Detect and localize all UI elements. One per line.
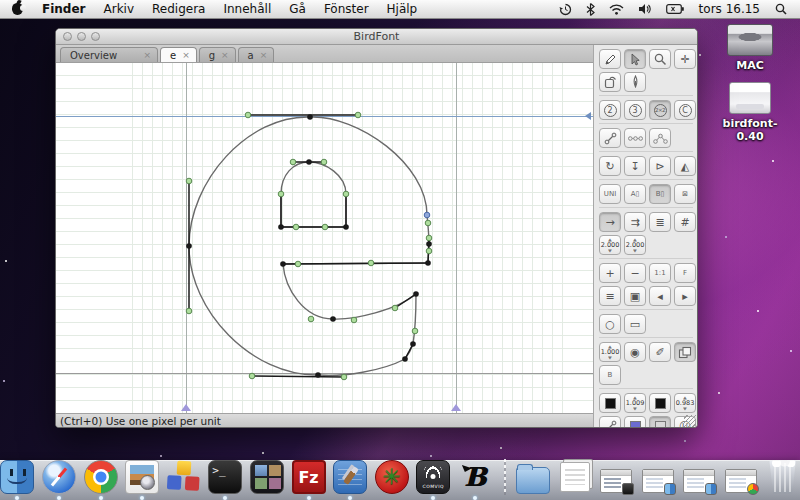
outer-contour[interactable]	[189, 117, 429, 375]
pen-tool-button[interactable]	[624, 72, 646, 92]
dock-item-spaces[interactable]	[250, 459, 285, 495]
background-color[interactable]	[649, 393, 671, 413]
on-curve-point[interactable]	[402, 356, 408, 362]
inner-counter[interactable]	[281, 162, 346, 227]
dock-item-terminal[interactable]: >_	[208, 459, 243, 495]
spacing-double-button[interactable]: ⇉	[624, 212, 646, 232]
dock-item-finder[interactable]	[0, 459, 35, 495]
dock-item-minimized-window-3[interactable]	[682, 459, 717, 495]
on-curve-point[interactable]	[186, 243, 192, 249]
on-curve-point[interactable]	[410, 341, 416, 347]
control-handle[interactable]	[186, 178, 192, 184]
foreground-color[interactable]	[599, 393, 621, 413]
zoom-1-1-button[interactable]: 1:1	[649, 263, 671, 283]
dock-item-birdfont[interactable]: B	[458, 459, 493, 495]
prev-glyph-button[interactable]: ◂	[649, 286, 671, 306]
on-curve-point[interactable]	[425, 260, 431, 266]
dock-item-minimized-window-1[interactable]	[599, 459, 634, 495]
cubic-points-button[interactable]: 3	[624, 100, 646, 120]
control-handle[interactable]	[368, 260, 374, 266]
menu-item-hjälp[interactable]: Hjälp	[378, 0, 427, 18]
on-curve-point[interactable]	[278, 224, 284, 230]
layers-tool-button[interactable]	[674, 342, 696, 362]
on-curve-point[interactable]	[315, 372, 321, 378]
zoom-full-button[interactable]: F	[674, 263, 696, 283]
rectangle-tool-button[interactable]: ▭	[624, 314, 646, 334]
control-handle[interactable]	[245, 112, 251, 118]
dock-item-minimized-window-4[interactable]	[724, 459, 759, 495]
dock-item-safari[interactable]	[42, 459, 77, 495]
glyph-name-button-button[interactable]: A▯	[624, 184, 646, 204]
stroke-width[interactable]: ▲1.000▼	[599, 342, 621, 362]
dock-item-filezilla[interactable]: Fz	[291, 459, 326, 495]
list-tool-button[interactable]: ≡	[599, 286, 621, 306]
next-glyph-button[interactable]: ▸	[674, 286, 696, 306]
zoom-selection-button[interactable]: ▣	[624, 286, 646, 306]
convert-point-button[interactable]: C	[674, 100, 696, 120]
zoom-in-button[interactable]: +	[599, 263, 621, 283]
tab-a[interactable]: a×	[238, 47, 275, 62]
scale-y[interactable]: ▲0.983▼	[674, 393, 696, 413]
dock-item-flower[interactable]	[374, 459, 409, 495]
menu-clock[interactable]: tors 16.15	[691, 2, 768, 16]
volume-icon[interactable]	[631, 0, 659, 18]
spacing-multi-button[interactable]: ≣	[649, 212, 671, 232]
dock-item-xcode[interactable]	[333, 459, 368, 495]
knife-tool-button[interactable]: ✐	[649, 342, 671, 362]
dock-item-comviq[interactable]: COMVIQ	[416, 459, 451, 495]
zoom-out-button[interactable]: −	[624, 263, 646, 283]
spacing-single-button[interactable]: →	[599, 212, 621, 232]
control-handle[interactable]	[290, 159, 296, 165]
dock-item-documents-folder[interactable]	[516, 459, 551, 495]
control-handle[interactable]	[186, 308, 192, 314]
background-glyph-button-button[interactable]: B	[599, 365, 621, 385]
wifi-icon[interactable]	[602, 0, 631, 18]
empty-swatch[interactable]	[649, 416, 671, 428]
delete-glyph-button-button[interactable]: ⊠	[674, 184, 696, 204]
control-handle[interactable]	[295, 261, 301, 267]
tab-close-icon[interactable]: ×	[182, 51, 190, 60]
corner-node-tool-button[interactable]	[649, 128, 671, 148]
control-handle[interactable]	[412, 328, 418, 334]
rotate-tool-button[interactable]: ↻	[599, 156, 621, 176]
close-button[interactable]	[63, 32, 72, 41]
select-tool-button[interactable]	[624, 49, 646, 69]
control-handle[interactable]	[293, 224, 299, 230]
control-handle[interactable]	[392, 305, 398, 311]
control-handle[interactable]	[321, 159, 327, 165]
double-curve-points-button[interactable]: 2×2	[649, 100, 671, 120]
circle-tool-button[interactable]: ○	[599, 314, 621, 334]
selection-color[interactable]	[624, 416, 646, 428]
control-handle[interactable]	[343, 191, 349, 197]
grid-size-x[interactable]: ▲2.000▼	[599, 235, 621, 255]
battery-icon[interactable]	[659, 0, 691, 18]
node-path-tool-button[interactable]	[599, 416, 621, 428]
move-to-baseline-button[interactable]: ↧	[624, 156, 646, 176]
on-curve-point[interactable]	[307, 114, 313, 120]
menu-item-innehåll[interactable]: Innehåll	[214, 0, 280, 18]
quadratic-points-button[interactable]: 2	[599, 100, 621, 120]
glyph-b-button-button[interactable]: B▯	[649, 184, 671, 204]
tab-overview[interactable]: Overview×	[60, 47, 158, 62]
time-machine-icon[interactable]	[552, 0, 579, 18]
line-segment-tool-button[interactable]	[599, 128, 621, 148]
control-handle[interactable]	[355, 112, 361, 118]
target-tool-button[interactable]: ◉	[624, 342, 646, 362]
on-curve-point[interactable]	[306, 159, 312, 165]
menu-item-arkiv[interactable]: Arkiv	[95, 0, 144, 18]
grid-size-y[interactable]: ▲2.000▼	[624, 235, 646, 255]
dock-item-trash[interactable]	[765, 459, 800, 495]
control-handle[interactable]	[426, 248, 432, 254]
bluetooth-icon[interactable]	[579, 0, 602, 18]
dock-item-chrome[interactable]	[83, 459, 118, 495]
move-tool-button[interactable]: ✛	[674, 49, 696, 69]
control-handle[interactable]	[249, 373, 255, 379]
tab-e[interactable]: e×	[160, 47, 197, 62]
tab-close-icon[interactable]: ×	[221, 51, 229, 60]
dock-item-documents-stack[interactable]	[557, 459, 592, 495]
menu-item-finder[interactable]: Finder	[33, 0, 95, 18]
dock-item-cubes[interactable]	[166, 459, 201, 495]
curve-segment-tool-button[interactable]	[624, 128, 646, 148]
on-curve-point[interactable]	[330, 316, 336, 322]
dock-item-minimized-window-2[interactable]	[641, 459, 676, 495]
